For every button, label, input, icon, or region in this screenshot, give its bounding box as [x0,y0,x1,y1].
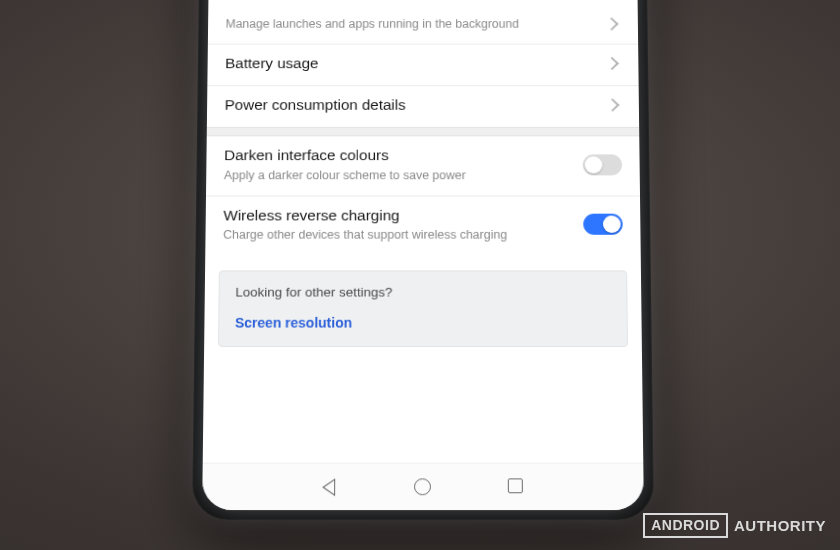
watermark-box: ANDROID [643,513,728,538]
row-wireless-reverse[interactable]: Wireless reverse charging Charge other d… [205,196,640,255]
watermark-text: AUTHORITY [734,517,826,534]
other-settings-tip: Looking for other settings? Screen resol… [218,271,628,348]
square-recents-icon [508,478,523,493]
triangle-back-icon [320,478,334,496]
watermark: ANDROID AUTHORITY [643,513,826,538]
row-power-title: Power consumption details [225,95,598,115]
recents-button[interactable] [508,478,526,496]
row-battery-usage[interactable]: Battery usage [207,45,638,86]
row-darken-colours[interactable]: Darken interface colours Apply a darker … [206,136,640,196]
section-divider [207,127,640,136]
settings-content: Manage launches and apps running in the … [203,0,644,463]
tip-link-screen-resolution[interactable]: Screen resolution [235,315,611,331]
home-button[interactable] [414,478,432,496]
wireless-subtitle: Charge other devices that support wirele… [223,228,574,244]
circle-home-icon [414,478,431,495]
row-power-details[interactable]: Power consumption details [207,86,639,127]
row-launch-subtitle: Manage launches and apps running in the … [226,16,598,32]
android-navbar [202,463,644,510]
row-launch-manage[interactable]: Manage launches and apps running in the … [208,7,638,44]
darken-subtitle: Apply a darker colour scheme to save pow… [224,167,573,183]
row-battery-title: Battery usage [225,54,597,74]
wireless-toggle[interactable] [583,214,623,235]
darken-toggle[interactable] [583,154,622,175]
tip-question: Looking for other settings? [235,285,610,300]
phone-frame: Manage launches and apps running in the … [192,0,654,520]
screen: Manage launches and apps running in the … [202,0,644,510]
darken-title: Darken interface colours [224,146,573,166]
wireless-title: Wireless reverse charging [223,206,573,226]
offscreen-spacer [208,0,637,7]
back-button[interactable] [320,478,338,496]
